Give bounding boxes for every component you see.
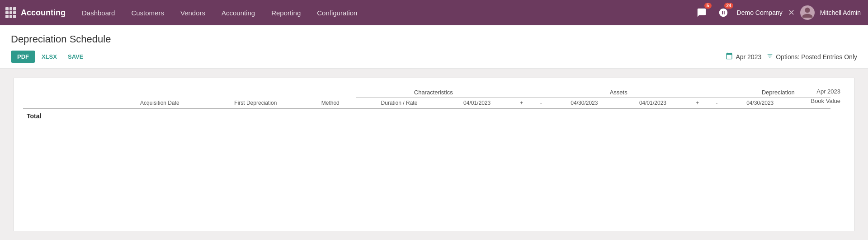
pdf-button[interactable]: PDF	[11, 51, 35, 63]
col-header-assets-end: 04/30/2023	[550, 98, 619, 109]
total-book-value	[794, 108, 830, 123]
page-header: Depreciation Schedule PDF XLSX SAVE Apr …	[0, 25, 868, 69]
options-filter-label: Options: Posted Entries Only	[776, 53, 857, 61]
col-header-first-dep: First Depreciation	[206, 98, 305, 109]
total-dep-start	[618, 108, 687, 123]
total-assets-minus	[532, 108, 550, 123]
messages-badge: 5	[704, 3, 712, 9]
col-header-name	[23, 98, 113, 109]
messages-button[interactable]: 5	[693, 5, 710, 21]
nav-right: 5 24 Demo Company ✕ Mitchell Admin	[693, 5, 861, 21]
empty-header-3	[206, 87, 305, 98]
total-label: Total	[23, 108, 113, 123]
header-group-row: Characteristics Assets Depreciation	[23, 87, 845, 98]
total-row: Total	[23, 108, 845, 123]
col-header-acq-date: Acquisition Date	[113, 98, 206, 109]
grid-icon[interactable]	[5, 7, 16, 18]
col-header-assets-minus: -	[532, 98, 550, 109]
page-title: Depreciation Schedule	[11, 33, 857, 45]
col-header-dep-plus: +	[687, 98, 708, 109]
total-assets-plus	[511, 108, 532, 123]
section-characteristics: Characteristics	[356, 87, 511, 98]
total-assets-end	[550, 108, 619, 123]
total-acq	[113, 108, 206, 123]
section-assets: Assets	[511, 87, 726, 98]
top-right-labels: Apr 2023 Book Value	[811, 87, 840, 106]
navbar-brand: Accounting	[5, 7, 66, 18]
col-header-dep-end: 04/30/2023	[726, 98, 794, 109]
date-filter[interactable]: Apr 2023	[726, 52, 761, 61]
report-inner: Apr 2023 Book Value Characteristics Asse…	[14, 78, 854, 231]
empty-header-2	[113, 87, 206, 98]
total-dep-plus	[687, 108, 708, 123]
header-detail-row: Acquisition Date First Depreciation Meth…	[23, 98, 845, 109]
col-header-dep-minus: -	[708, 98, 726, 109]
xlsx-button[interactable]: XLSX	[37, 51, 61, 63]
filter-icon	[767, 53, 773, 61]
total-duration	[356, 108, 443, 123]
total-dep-minus	[708, 108, 726, 123]
activity-button[interactable]: 24	[715, 5, 731, 21]
options-filter[interactable]: Options: Posted Entries Only	[767, 53, 857, 61]
save-button[interactable]: SAVE	[63, 51, 88, 63]
date-filter-label: Apr 2023	[736, 53, 761, 61]
total-assets-start	[443, 108, 511, 123]
toolbar: PDF XLSX SAVE Apr 2023	[11, 51, 857, 63]
empty-header-4	[305, 87, 356, 98]
activity-badge: 24	[724, 3, 733, 9]
user-avatar[interactable]	[800, 5, 815, 20]
nav-accounting[interactable]: Accounting	[214, 5, 262, 20]
company-name: Demo Company	[737, 9, 783, 16]
col-header-dep-start: 04/01/2023	[618, 98, 687, 109]
nav-dashboard[interactable]: Dashboard	[75, 5, 122, 20]
report-container: Apr 2023 Book Value Characteristics Asse…	[0, 69, 868, 240]
nav-configuration[interactable]: Configuration	[310, 5, 364, 20]
nav-reporting[interactable]: Reporting	[264, 5, 308, 20]
col-header-method: Method	[305, 98, 356, 109]
nav-links: Dashboard Customers Vendors Accounting R…	[75, 5, 693, 20]
page-content: Depreciation Schedule PDF XLSX SAVE Apr …	[0, 25, 868, 247]
toolbar-right: Apr 2023 Options: Posted Entries Only	[726, 52, 857, 61]
total-first-dep	[206, 108, 305, 123]
calendar-icon	[726, 52, 733, 61]
report-table: Characteristics Assets Depreciation Acqu…	[23, 87, 845, 123]
col-header-assets-start: 04/01/2023	[443, 98, 511, 109]
user-name[interactable]: Mitchell Admin	[820, 9, 861, 16]
total-method	[305, 108, 356, 123]
navbar: Accounting Dashboard Customers Vendors A…	[0, 0, 868, 25]
book-value-label: Book Value	[811, 97, 840, 106]
col-header-assets-plus: +	[511, 98, 532, 109]
empty-header-1	[23, 87, 113, 98]
nav-vendors[interactable]: Vendors	[173, 5, 212, 20]
settings-icon[interactable]: ✕	[788, 8, 795, 18]
total-dep-end	[726, 108, 794, 123]
nav-customers[interactable]: Customers	[124, 5, 171, 20]
apr-2023-label: Apr 2023	[811, 87, 840, 97]
col-header-duration: Duration / Rate	[356, 98, 443, 109]
brand-name: Accounting	[21, 8, 66, 18]
